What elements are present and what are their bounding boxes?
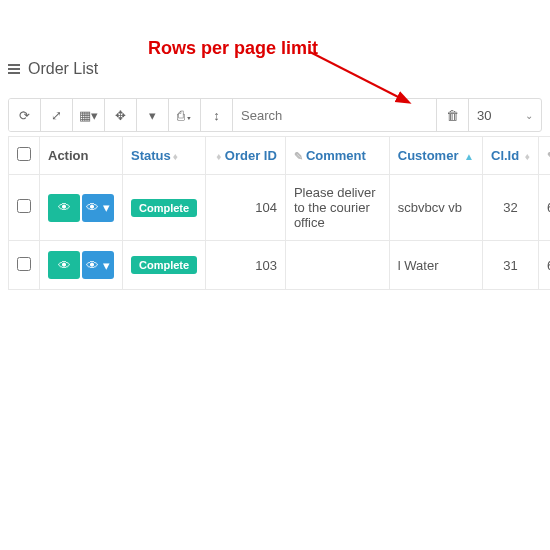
row-checkbox[interactable]: [17, 257, 31, 271]
columns-button[interactable]: ▦▾: [73, 99, 105, 131]
sort-button[interactable]: ↕: [201, 99, 233, 131]
print-button[interactable]: ⎙▾: [169, 99, 201, 131]
orders-table: Action Status♦ ♦ Order ID ✎Comment Custo…: [8, 136, 550, 290]
header-order-id[interactable]: ♦ Order ID: [206, 137, 286, 175]
table-row: 👁👁 ▾Complete103l Water31610.: [9, 241, 551, 290]
target-button[interactable]: ✥: [105, 99, 137, 131]
clid-cell: 32: [483, 175, 539, 241]
refresh-button[interactable]: ⟳: [9, 99, 41, 131]
header-action: Action: [40, 137, 123, 175]
header-status[interactable]: Status♦: [123, 137, 206, 175]
header-total[interactable]: ✎Total: [538, 137, 550, 175]
status-badge: Complete: [131, 256, 197, 274]
order-id-cell: 104: [206, 175, 286, 241]
fullscreen-button[interactable]: ⤢: [41, 99, 73, 131]
row-menu-button[interactable]: 👁 ▾: [82, 194, 114, 222]
panel-title: Order List: [0, 0, 550, 90]
header-customer[interactable]: Customer ▲: [389, 137, 482, 175]
rows-select-value: 30: [477, 108, 491, 123]
rows-per-page-select[interactable]: 30 ⌄ 305102030501002005001000: [469, 99, 541, 131]
select-all-checkbox[interactable]: [17, 147, 31, 161]
row-menu-button[interactable]: 👁 ▾: [82, 251, 114, 279]
status-badge: Complete: [131, 199, 197, 217]
header-comment[interactable]: ✎Comment: [285, 137, 389, 175]
search-input[interactable]: [233, 99, 437, 131]
comment-cell: Please deliver to the courier office: [285, 175, 389, 241]
total-cell: 610.: [538, 241, 550, 290]
view-button[interactable]: 👁: [48, 251, 80, 279]
clid-cell: 31: [483, 241, 539, 290]
view-button[interactable]: 👁: [48, 194, 80, 222]
table-row: 👁👁 ▾Complete104Please deliver to the cou…: [9, 175, 551, 241]
customer-cell: l Water: [389, 241, 482, 290]
row-checkbox[interactable]: [17, 199, 31, 213]
toolbar: ⟳ ⤢ ▦▾ ✥ ▾ ⎙▾ ↕ 🗑 30 ⌄ 30510203050100200…: [8, 98, 542, 132]
panel-title-text: Order List: [28, 60, 98, 78]
comment-cell: [285, 241, 389, 290]
delete-button[interactable]: 🗑: [437, 99, 469, 131]
chevron-down-icon: ⌄: [525, 110, 533, 121]
header-checkbox-cell: [9, 137, 40, 175]
order-id-cell: 103: [206, 241, 286, 290]
list-icon: [8, 64, 20, 74]
header-clid[interactable]: Cl.Id ♦: [483, 137, 539, 175]
export-button[interactable]: ▾: [137, 99, 169, 131]
total-cell: 610.: [538, 175, 550, 241]
customer-cell: scbvbcv vb: [389, 175, 482, 241]
